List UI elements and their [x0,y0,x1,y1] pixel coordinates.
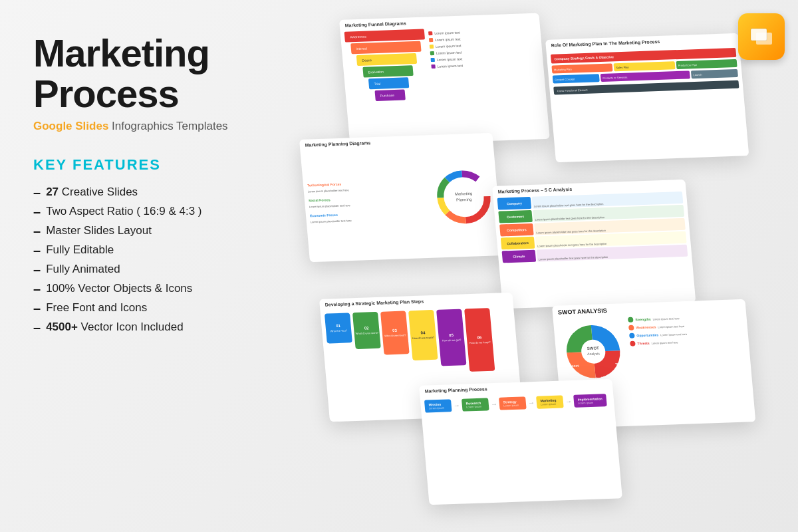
card3-content: Company Strategy, Goals & Objective Mark… [546,43,748,158]
funnel-bar-3: Desire [356,53,417,66]
slides-wrapper: Marketing Funnel Diagrams Awareness Inte… [286,0,798,532]
funnel-bar-4: Evaluation [362,65,413,78]
card4-content: Company Lorem ipsum placeholder text goe… [493,190,695,305]
label-tech-desc: Lorem ipsum placeholder text here [308,186,428,193]
feature-item-4: – Fully Editable [33,243,259,257]
card2-donut: Marketing Planning [431,166,496,230]
funnel-label-4: Lorem ipsum text [430,51,462,56]
dash-icon-8: – [33,321,41,334]
funnel-label-5: Lorem ipsum text [431,57,463,62]
process-step-5: Implementation Lorem ipsum [573,394,607,408]
feature-text-2: Two Aspect Ratio ( 16:9 & 4:3 ) [46,205,201,218]
process-flow: Mission Lorem ipsum → Research Lorem ips… [424,391,610,413]
feature-item-3: – Master Slides Layout [33,224,259,237]
feature-text-1: 27 Creative Slides [46,186,138,199]
card3-grid: Company Strategy, Goals & Objective Mark… [551,45,739,94]
process-step-3: Strategy Lorem ipsum [499,396,527,410]
slide-card-5c: Marketing Process – 5 C Analysis Company… [492,180,696,309]
step-6: 06 How do we keep? [464,308,495,372]
card2-content: Technological Forces Lorem ipsum placeho… [300,143,502,258]
swot-threat: Threats Lorem ipsum text here [630,337,745,346]
svg-text:Weaknesses: Weaknesses [559,364,580,368]
feature-item-2: – Two Aspect Ratio ( 16:9 & 4:3 ) [33,205,259,218]
funnel-shape: Awareness Interest Desire Evaluation Tri… [344,29,430,102]
feature-text-4: Fully Editable [46,243,114,257]
label-eco-desc: Lorem ipsum placeholder text here [311,216,431,223]
funnel-label-6: Lorem ipsum text [431,63,463,68]
5c-table: Company Lorem ipsum placeholder text goe… [497,192,688,263]
feature-text-6: 100% Vector Objects & Icons [46,282,192,295]
card7-content: Mission Lorem ipsum → Research Lorem ips… [420,389,622,501]
feature-item-6: – 100% Vector Objects & Icons [33,282,259,295]
feature-item-5: – Fully Animated [33,263,259,276]
step-4: 04 How do we reach? [408,310,438,360]
svg-text:Threats: Threats [615,362,628,366]
process-step-4: Marketing Lorem ipsum [536,395,564,408]
dash-icon-5: – [33,263,41,276]
feature-text-8: 4500+ Vector Icon Included [46,321,184,334]
dash-icon-3: – [33,224,41,237]
funnel-labels: Lorem ipsum text Lorem ipsum text Lorem … [428,28,464,68]
svg-text:Strengths: Strengths [583,321,598,325]
card1-content: Awareness Interest Desire Evaluation Tri… [340,23,549,141]
main-title: Marketing Process [33,33,259,114]
funnel-label-3: Lorem ipsum text [430,44,462,49]
feature-text-3: Master Slides Layout [46,224,152,237]
feature-item-1: – 27 Creative Slides [33,186,259,199]
svg-text:Analysis: Analysis [587,351,600,356]
feature-item-8: – 4500+ Vector Icon Included [33,321,259,334]
dash-icon-2: – [33,205,41,218]
feature-text-7: Free Font and Icons [46,301,147,315]
process-step-1: Mission Lorem ipsum [424,399,452,412]
subtitle: Google Slides Infographics Templates [33,120,259,133]
step-5: 05 How do we get? [436,309,466,366]
slide-card-process: Marketing Planning Process Mission Lorem… [419,379,622,505]
right-panel: Marketing Funnel Diagrams Awareness Inte… [286,0,798,532]
subtitle-rest: Infographics Templates [108,120,227,132]
funnel-bar-6: Purchase [374,89,405,101]
steps-grid: 01 Who Are You? 02 What do you want? 03 … [325,305,515,376]
label-social-desc: Lorem ipsum placeholder text here [309,201,430,208]
main-container: Marketing Process Google Slides Infograp… [0,0,798,532]
funnel-bar-2: Interest [350,41,421,55]
step-3: 03 Who do we need? [380,311,410,354]
process-step-2: Research Lorem ipsum [462,398,489,411]
dash-icon-7: – [33,301,41,315]
gs-icon-inner [748,23,775,50]
funnel-bar-1: Awareness [344,29,425,43]
svg-text:Marketing: Marketing [455,191,473,196]
dash-icon-6: – [33,282,41,295]
slide-card-planning: Marketing Planning Diagrams Technologica… [299,133,503,262]
dash-icon: – [33,186,41,199]
subtitle-highlight: Google Slides [33,120,108,132]
google-slides-icon [738,13,785,60]
funnel-container: Awareness Interest Desire Evaluation Tri… [344,25,545,139]
card2-labels: Technological Forces Lorem ipsum placeho… [307,179,430,223]
funnel-bar-5: Trial [368,77,409,89]
step-2: 02 What do you want? [352,312,381,349]
feature-item-7: – Free Font and Icons [33,301,259,315]
funnel-label-1: Lorem ipsum text [428,31,460,36]
svg-rect-1 [756,33,772,45]
feature-text-5: Fully Animated [46,263,120,276]
slide-card-funnel: Marketing Funnel Diagrams Awareness Inte… [339,13,550,146]
features-list: – 27 Creative Slides – Two Aspect Ratio … [33,186,259,334]
slide-card-role: Role Of Marketing Plan In The Marketing … [545,33,749,162]
left-panel: Marketing Process Google Slides Infograp… [0,0,286,360]
dash-icon-4: – [33,243,41,257]
swot-labels: Strengths Lorem ipsum text here Weakness… [628,313,750,411]
card2-inner: Technological Forces Lorem ipsum placeho… [305,145,499,255]
svg-text:SWOT: SWOT [587,346,600,350]
key-features-label: KEY FEATURES [33,156,259,174]
step-1: 01 Who Are You? [325,313,352,343]
funnel-label-2: Lorem ipsum text [429,37,461,43]
svg-text:Planning: Planning [456,197,472,201]
